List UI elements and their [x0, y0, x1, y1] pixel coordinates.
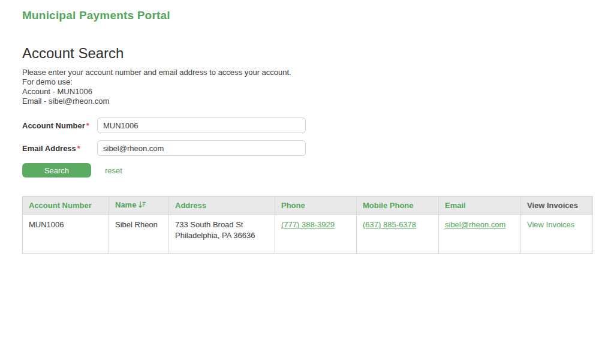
view-invoices-link[interactable]: View Invoices: [527, 220, 574, 229]
form-actions: Search reset: [22, 163, 592, 178]
email-address-input[interactable]: [97, 140, 306, 156]
portal-title: Municipal Payments Portal: [22, 9, 592, 22]
cell-account-number: MUN1006: [23, 215, 109, 254]
instructions-line: Email - sibel@rheon.com: [22, 97, 592, 106]
mobile-phone-link[interactable]: (637) 885-6378: [363, 220, 416, 229]
account-search-heading: Account Search: [22, 45, 592, 62]
cell-phone: (777) 388-3929: [275, 215, 357, 254]
phone-link[interactable]: (777) 388-3929: [281, 220, 335, 229]
account-number-row: Account Number*: [22, 118, 592, 133]
column-header-address[interactable]: Address: [169, 197, 275, 215]
required-asterisk: *: [77, 144, 80, 153]
cell-email: sibel@rheon.com: [439, 215, 521, 254]
cell-name: Sibel Rheon: [109, 215, 169, 254]
sort-amount-icon: [139, 201, 146, 210]
cell-mobile-phone: (637) 885-6378: [357, 215, 439, 254]
email-address-label-text: Email Address: [22, 144, 76, 153]
results-table-body: MUN1006 Sibel Rheon 733 South Broad St P…: [23, 215, 593, 254]
column-header-email[interactable]: Email: [439, 197, 521, 215]
instructions-line: Account - MUN1006: [22, 87, 592, 97]
table-row: MUN1006 Sibel Rheon 733 South Broad St P…: [23, 215, 593, 254]
instructions-line: Please enter your account number and ema…: [22, 68, 592, 77]
column-header-name[interactable]: Name: [109, 197, 169, 215]
account-number-label: Account Number*: [22, 121, 97, 130]
email-address-row: Email Address*: [22, 140, 592, 156]
cell-address: 733 South Broad St Philadelphia, PA 3663…: [169, 215, 275, 254]
municipal-payments-page: Municipal Payments Portal Account Search…: [0, 0, 614, 254]
required-asterisk: *: [86, 121, 89, 130]
header-row: Account Number Name Address Phone Mobile…: [23, 197, 593, 215]
email-link[interactable]: sibel@rheon.com: [445, 220, 505, 229]
search-button[interactable]: Search: [22, 163, 91, 178]
account-number-input[interactable]: [97, 118, 306, 133]
instructions-line: For demo use:: [22, 77, 592, 87]
column-header-name-text: Name: [115, 200, 136, 209]
instructions-block: Please enter your account number and ema…: [22, 68, 592, 106]
column-header-phone[interactable]: Phone: [275, 197, 357, 215]
email-address-label: Email Address*: [22, 144, 97, 153]
address-line2: Philadelphia, PA 36636: [175, 230, 269, 241]
account-number-label-text: Account Number: [22, 121, 85, 130]
results-table-header: Account Number Name Address Phone Mobile…: [23, 197, 593, 215]
cell-view-invoices: View Invoices: [521, 215, 593, 254]
account-results-table: Account Number Name Address Phone Mobile…: [22, 196, 593, 254]
column-header-view-invoices: View Invoices: [521, 197, 593, 215]
column-header-mobile-phone[interactable]: Mobile Phone: [357, 197, 439, 215]
column-header-account-number[interactable]: Account Number: [23, 197, 109, 215]
address-line1: 733 South Broad St: [175, 219, 269, 230]
account-search-form: Account Number* Email Address* Search re…: [22, 118, 592, 178]
reset-link[interactable]: reset: [105, 166, 122, 175]
